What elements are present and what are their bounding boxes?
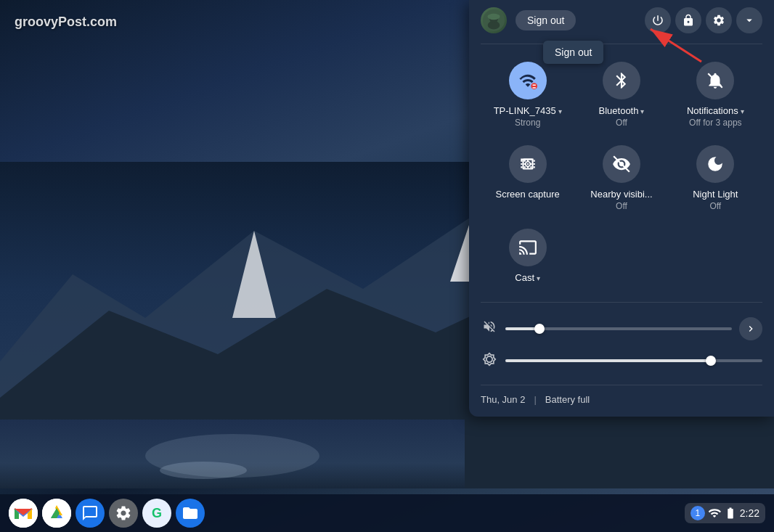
night-light-tile-sublabel: Off [709,201,721,211]
notifications-off-icon [706,71,725,90]
taskbar: G 1 2:22 [0,494,774,532]
footer-battery: Battery full [545,394,590,405]
taskbar-time: 2:22 [740,507,759,519]
wifi-icon [518,71,537,90]
tray-wifi-icon [708,507,721,520]
qs-tiles-grid: TP-LINK_7435 ▾ Strong Bluetooth ▾ Off [469,47,774,299]
qs-divider-2 [481,302,762,303]
volume-slider-row [481,311,762,346]
bluetooth-tile-sublabel: Off [616,118,627,128]
brightness-icon [481,352,498,370]
lock-icon [682,14,695,27]
svg-point-8 [160,462,247,479]
gmail-icon [9,499,38,528]
bluetooth-icon [612,71,631,90]
settings-icon [712,14,725,27]
notifications-tile-name: Notifications ▾ [687,105,744,118]
cast-tile[interactable]: Cast ▾ [481,220,574,293]
volume-muted-icon [481,319,498,337]
notifications-tile-icon [696,62,734,99]
expand-button[interactable] [736,7,762,33]
quick-settings-panel: Sign out [469,0,774,417]
taskbar-app-messages[interactable] [76,499,105,528]
messages-icon [81,504,99,522]
notifications-tile[interactable]: Notifications ▾ Off for 3 apps [669,53,762,136]
nearby-icon [612,155,631,173]
taskbar-app-gmail[interactable] [9,499,38,528]
settings-app-icon [115,504,132,522]
signout-tooltip: Sign out [543,41,603,64]
screen-capture-tile[interactable]: Screen capture [481,136,574,220]
bluetooth-chevron: ▾ [640,107,644,115]
night-light-tile[interactable]: Night Light Off [669,136,762,220]
qs-sliders [469,306,774,382]
notification-badge: 1 [691,506,705,520]
wifi-tile-icon [509,62,547,99]
volume-slider-thumb [534,324,545,334]
cast-icon [518,238,537,257]
nearby-tile-sublabel: Off [616,201,627,211]
night-light-tile-label: Night Light [693,189,738,201]
cast-tile-label: Cast [515,272,534,285]
sign-out-button[interactable]: Sign out [516,10,576,30]
bluetooth-tile-icon [603,62,640,99]
chevron-right-icon [745,323,757,335]
screen-capture-icon [518,155,537,173]
night-light-tile-icon [696,145,734,183]
bluetooth-tile-name: Bluetooth ▾ [599,105,645,118]
taskbar-app-drive[interactable] [42,499,71,528]
qs-topbar: Sign out [469,0,774,41]
brightness-slider-fill [505,359,711,362]
cast-tile-name: Cast ▾ [515,272,540,285]
nearby-tile-icon [603,145,640,183]
wifi-tile-sublabel: Strong [515,118,540,128]
screen-capture-tile-label: Screen capture [496,189,560,201]
files-icon [182,504,199,522]
brightness-slider-track[interactable] [505,359,762,362]
qs-divider-1 [481,44,762,44]
taskbar-apps: G [9,499,205,528]
brightness-slider-thumb [706,356,716,366]
taskbar-app-settings[interactable] [109,499,138,528]
power-button[interactable] [645,7,671,33]
tray-battery-icon [724,507,737,520]
user-avatar[interactable] [481,7,507,33]
volume-slider-track[interactable] [505,327,732,330]
qs-footer: Thu, Jun 2 | Battery full [469,388,774,405]
bluetooth-tile[interactable]: Bluetooth ▾ Off [574,53,668,136]
taskbar-app-grammarly[interactable]: G [142,499,171,528]
notifications-tile-label: Notifications [687,105,738,118]
brightness-slider-row [481,346,762,376]
cast-chevron: ▾ [537,274,540,282]
qs-divider-3 [481,385,762,385]
footer-date: Thu, Jun 2 [481,394,525,405]
tray-group[interactable]: 1 2:22 [685,503,765,523]
taskbar-app-files[interactable] [176,499,205,528]
wifi-tile[interactable]: TP-LINK_7435 ▾ Strong [481,53,574,136]
screen-capture-tile-icon [509,145,547,183]
qs-top-icons [645,7,762,33]
bluetooth-tile-label: Bluetooth [599,105,639,118]
site-watermark: groovyPost.com [15,15,117,30]
lock-button[interactable] [675,7,701,33]
footer-divider: | [534,394,536,405]
settings-button[interactable] [706,7,732,33]
wifi-chevron: ▾ [558,107,562,115]
volume-expand-button[interactable] [739,317,762,340]
notifications-tile-sublabel: Off for 3 apps [689,118,742,128]
drive-icon [42,499,71,528]
wifi-tile-name: TP-LINK_7435 ▾ [494,105,562,118]
chevron-down-icon [743,14,756,27]
wifi-tile-label: TP-LINK_7435 [494,105,556,118]
taskbar-right: 1 2:22 [685,503,765,523]
power-icon [651,14,664,27]
notifications-chevron: ▾ [741,107,744,115]
night-light-icon [706,155,725,173]
svg-rect-13 [488,15,500,18]
nearby-tile-label: Nearby visibi... [590,189,652,201]
nearby-tile[interactable]: Nearby visibi... Off [574,136,668,220]
cast-tile-icon [509,229,547,266]
